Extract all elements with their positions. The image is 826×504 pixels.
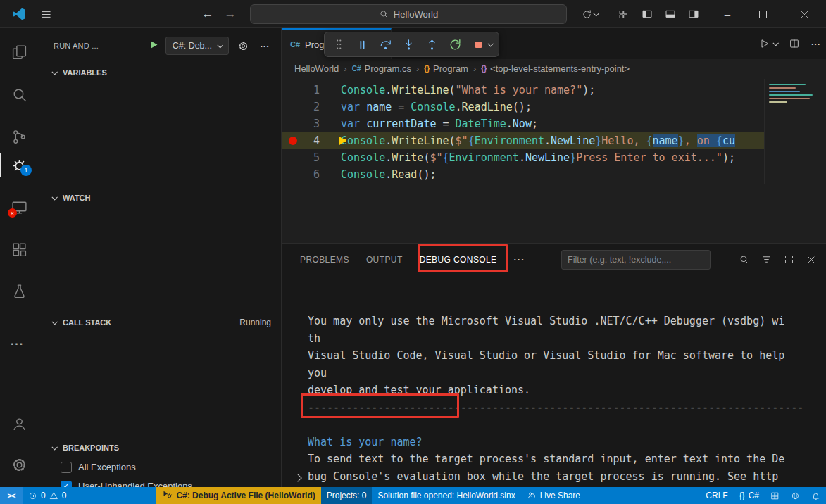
- extensions-icon[interactable]: [11, 241, 29, 259]
- toggle-panel-icon[interactable]: [660, 0, 681, 28]
- panel-tab-problems[interactable]: PROBLEMS: [300, 255, 349, 265]
- start-debugging-button[interactable]: [149, 39, 159, 52]
- section-breakpoints[interactable]: BREAKPOINTS: [39, 440, 281, 455]
- panel-tab-output[interactable]: OUTPUT: [366, 255, 403, 265]
- csharp-file-icon: C#: [290, 40, 300, 49]
- command-center-search[interactable]: HelloWorld: [250, 4, 567, 24]
- breakpoint-item[interactable]: ✓User-Unhandled Exceptions: [39, 477, 281, 487]
- filter-input[interactable]: [568, 255, 704, 265]
- customize-layout-icon[interactable]: [613, 0, 634, 28]
- debug-toolbar: [324, 32, 499, 57]
- code-line[interactable]: 4Console.WriteLine($"{Environment.NewLin…: [282, 132, 826, 149]
- chevron-down-icon[interactable]: [487, 41, 493, 46]
- window-minimize-button[interactable]: –: [711, 0, 744, 28]
- csharp-icon: C#: [352, 65, 361, 73]
- breadcrumb-separator: ›: [344, 63, 346, 74]
- testing-icon[interactable]: [11, 283, 29, 301]
- editor-tab-bar: C# Program.cs: [282, 28, 826, 59]
- panel-tabs: PROBLEMSOUTPUTDEBUG CONSOLE: [300, 255, 497, 265]
- breadcrumb-item[interactable]: {}<top-level-statements-entry-point>: [481, 63, 630, 74]
- panel-tab-debug-console[interactable]: DEBUG CONSOLE: [420, 255, 497, 265]
- maximize-panel-icon[interactable]: [784, 254, 794, 265]
- console-line: To send text to the target process's sta…: [308, 451, 826, 468]
- editor-more-actions-icon[interactable]: ···: [811, 39, 820, 49]
- stop-icon[interactable]: [470, 37, 486, 52]
- accounts-icon[interactable]: [11, 415, 29, 434]
- code-line[interactable]: 2var name = Console.ReadLine();: [282, 99, 826, 115]
- code-line[interactable]: 6Console.Read();: [282, 166, 826, 183]
- breakpoint-dot[interactable]: [289, 137, 297, 145]
- find-icon[interactable]: [739, 254, 749, 265]
- breadcrumb-item[interactable]: {}Program: [424, 63, 468, 74]
- debug-configuration-dropdown[interactable]: C#: Deb...: [165, 37, 229, 55]
- run-file-button[interactable]: [759, 38, 777, 49]
- bottom-panel: PROBLEMSOUTPUTDEBUG CONSOLE ···: [282, 243, 826, 487]
- breadcrumb-separator: ›: [473, 63, 476, 74]
- restart-icon[interactable]: [447, 37, 463, 52]
- navigate-forward-button[interactable]: →: [221, 0, 239, 28]
- split-editor-icon[interactable]: [789, 38, 800, 49]
- chevron-down-icon: [217, 42, 223, 48]
- live-share-icon: [527, 491, 537, 500]
- console-line: develop and test your applications.: [308, 382, 826, 399]
- live-share-status[interactable]: Live Share: [521, 487, 586, 504]
- window-maximize-button[interactable]: [746, 0, 779, 28]
- checkbox[interactable]: ✓: [61, 481, 72, 488]
- problems-status[interactable]: 0 0: [23, 487, 72, 504]
- notifications-bell-icon[interactable]: [806, 487, 826, 504]
- step-into-icon[interactable]: [401, 37, 416, 52]
- remote-indicator[interactable]: ><: [0, 487, 23, 504]
- window-close-button[interactable]: [784, 0, 824, 28]
- breadcrumb-item[interactable]: HelloWorld: [294, 63, 339, 74]
- section-call-stack[interactable]: CALL STACK Running: [39, 315, 281, 330]
- console-line: bug Console's evaluation box while the t…: [308, 468, 826, 486]
- active-view-indicator: [0, 153, 1, 177]
- search-icon[interactable]: [11, 86, 29, 104]
- globe-icon[interactable]: [785, 487, 806, 504]
- navigate-back-button[interactable]: ←: [199, 0, 217, 28]
- sync-icon[interactable]: [576, 0, 603, 28]
- views-more-actions-icon[interactable]: ···: [257, 41, 273, 51]
- step-over-icon[interactable]: [377, 37, 393, 52]
- settings-gear-icon[interactable]: [11, 456, 29, 474]
- remote-explorer-icon[interactable]: ×: [11, 199, 29, 217]
- code-line[interactable]: 5Console.Write($"{Environment.NewLine}Pr…: [282, 149, 826, 166]
- editor-area: C# Program.cs: [282, 28, 826, 487]
- code-line[interactable]: 3var currentDate = DateTime.Now;: [282, 115, 826, 132]
- checkbox[interactable]: [61, 462, 72, 473]
- section-variables[interactable]: VARIABLES: [39, 65, 281, 80]
- language-mode[interactable]: {} C#: [734, 487, 765, 504]
- menu-hamburger-icon[interactable]: [35, 0, 56, 28]
- solution-status[interactable]: Solution file opened: HelloWorld.slnx: [372, 487, 520, 504]
- extensions-grid-icon[interactable]: [765, 487, 785, 504]
- panel-more-tabs-icon[interactable]: ···: [514, 254, 525, 265]
- code-editor[interactable]: 1Console.WriteLine("What is your name?")…: [282, 77, 826, 243]
- search-icon: [379, 9, 389, 19]
- breakpoint-item[interactable]: All Exceptions: [39, 458, 281, 477]
- eol-indicator[interactable]: CRLF: [700, 487, 733, 504]
- vscode-logo-icon: [8, 0, 30, 28]
- toggle-secondary-sidebar-icon[interactable]: [683, 0, 704, 28]
- breadcrumb: HelloWorld›C#Program.cs›{}Program›{}<top…: [282, 59, 826, 77]
- source-control-icon[interactable]: [11, 128, 29, 146]
- more-views-icon[interactable]: ···: [11, 338, 29, 356]
- minimap[interactable]: [764, 79, 826, 184]
- section-watch[interactable]: WATCH: [39, 190, 281, 206]
- close-panel-icon[interactable]: [806, 255, 816, 265]
- console-line: ----------------------------------------…: [308, 399, 826, 417]
- debug-settings-gear-icon[interactable]: [235, 40, 251, 52]
- console-filter: [561, 250, 711, 270]
- toggle-sidebar-icon[interactable]: [637, 0, 658, 28]
- chevron-down-icon: [772, 40, 778, 46]
- toolbar-drag-handle[interactable]: [331, 37, 346, 52]
- step-out-icon[interactable]: [424, 37, 439, 52]
- execution-pointer-icon: [339, 137, 346, 145]
- projects-status[interactable]: Projects: 0: [321, 487, 373, 504]
- debug-status[interactable]: C#: Debug Active File (HelloWorld): [156, 487, 320, 504]
- explorer-icon[interactable]: [11, 44, 29, 62]
- pause-icon[interactable]: [354, 37, 370, 52]
- filter-icon[interactable]: [761, 254, 772, 265]
- breadcrumb-item[interactable]: C#Program.cs: [352, 63, 411, 74]
- run-and-debug-icon[interactable]: 1: [11, 156, 29, 175]
- code-line[interactable]: 1Console.WriteLine("What is your name?")…: [282, 82, 826, 99]
